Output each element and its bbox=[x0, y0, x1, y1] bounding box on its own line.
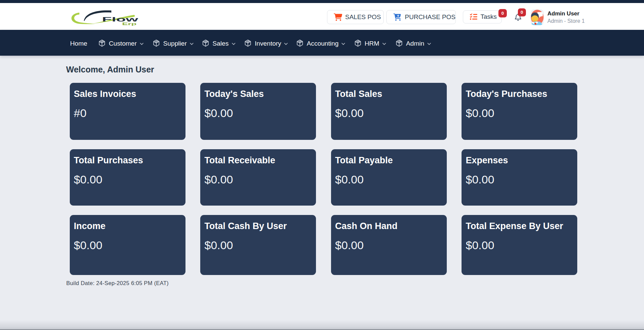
svg-text:Erp: Erp bbox=[122, 22, 137, 26]
